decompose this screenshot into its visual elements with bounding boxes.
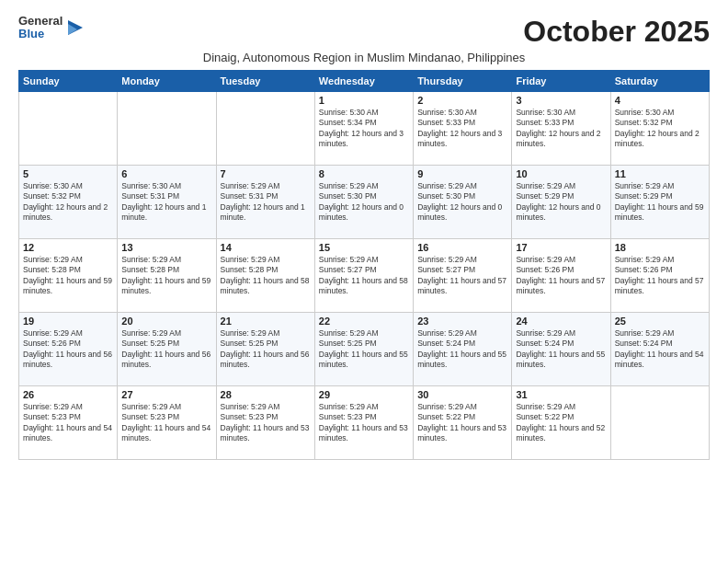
calendar-cell: 18Sunrise: 5:29 AM Sunset: 5:26 PM Dayli… <box>610 239 709 313</box>
calendar-cell: 7Sunrise: 5:29 AM Sunset: 5:31 PM Daylig… <box>216 166 314 239</box>
day-number: 15 <box>319 242 409 253</box>
cell-sun-info: Sunrise: 5:29 AM Sunset: 5:27 PM Dayligh… <box>417 255 507 297</box>
day-number: 14 <box>221 242 311 253</box>
day-number: 19 <box>23 316 113 327</box>
calendar-cell <box>610 386 709 460</box>
day-number: 17 <box>516 242 606 253</box>
day-number: 24 <box>516 316 606 327</box>
day-number: 21 <box>221 316 311 327</box>
month-title: October 2025 <box>523 15 710 49</box>
cell-sun-info: Sunrise: 5:29 AM Sunset: 5:25 PM Dayligh… <box>221 328 311 371</box>
day-number: 31 <box>516 389 606 400</box>
calendar-week-row: 26Sunrise: 5:29 AM Sunset: 5:23 PM Dayli… <box>19 386 710 460</box>
calendar-cell: 1Sunrise: 5:30 AM Sunset: 5:34 PM Daylig… <box>314 92 413 166</box>
calendar-cell: 8Sunrise: 5:29 AM Sunset: 5:30 PM Daylig… <box>314 166 413 239</box>
calendar-cell: 16Sunrise: 5:29 AM Sunset: 5:27 PM Dayli… <box>414 239 512 313</box>
day-number: 12 <box>23 242 113 253</box>
cell-sun-info: Sunrise: 5:29 AM Sunset: 5:23 PM Dayligh… <box>319 402 409 444</box>
cell-sun-info: Sunrise: 5:29 AM Sunset: 5:26 PM Dayligh… <box>615 255 705 297</box>
calendar-week-row: 1Sunrise: 5:30 AM Sunset: 5:34 PM Daylig… <box>19 92 710 166</box>
cell-sun-info: Sunrise: 5:29 AM Sunset: 5:28 PM Dayligh… <box>121 255 211 297</box>
calendar-cell: 10Sunrise: 5:29 AM Sunset: 5:29 PM Dayli… <box>512 166 610 239</box>
day-number: 1 <box>319 95 409 106</box>
cell-sun-info: Sunrise: 5:29 AM Sunset: 5:22 PM Dayligh… <box>417 402 507 444</box>
day-number: 9 <box>417 168 507 179</box>
cell-sun-info: Sunrise: 5:29 AM Sunset: 5:25 PM Dayligh… <box>121 328 211 371</box>
day-number: 25 <box>615 316 705 327</box>
calendar-cell: 2Sunrise: 5:30 AM Sunset: 5:33 PM Daylig… <box>414 92 512 166</box>
cell-sun-info: Sunrise: 5:29 AM Sunset: 5:26 PM Dayligh… <box>23 328 113 371</box>
logo-blue: Blue <box>18 28 63 40</box>
calendar-cell: 31Sunrise: 5:29 AM Sunset: 5:22 PM Dayli… <box>512 386 610 460</box>
calendar-cell: 21Sunrise: 5:29 AM Sunset: 5:25 PM Dayli… <box>216 313 314 386</box>
weekday-header: Tuesday <box>216 71 314 92</box>
calendar-cell: 19Sunrise: 5:29 AM Sunset: 5:26 PM Dayli… <box>19 313 118 386</box>
cell-sun-info: Sunrise: 5:29 AM Sunset: 5:29 PM Dayligh… <box>516 181 606 224</box>
cell-sun-info: Sunrise: 5:30 AM Sunset: 5:31 PM Dayligh… <box>121 181 211 224</box>
calendar-cell: 20Sunrise: 5:29 AM Sunset: 5:25 PM Dayli… <box>118 313 216 386</box>
calendar-cell: 27Sunrise: 5:29 AM Sunset: 5:23 PM Dayli… <box>118 386 216 460</box>
calendar-cell: 5Sunrise: 5:30 AM Sunset: 5:32 PM Daylig… <box>19 166 118 239</box>
calendar-cell: 13Sunrise: 5:29 AM Sunset: 5:28 PM Dayli… <box>118 239 216 313</box>
day-number: 6 <box>121 168 211 179</box>
day-number: 28 <box>221 389 311 400</box>
day-number: 7 <box>221 168 311 179</box>
calendar-cell: 29Sunrise: 5:29 AM Sunset: 5:23 PM Dayli… <box>314 386 413 460</box>
calendar-week-row: 19Sunrise: 5:29 AM Sunset: 5:26 PM Dayli… <box>19 313 710 386</box>
logo-general: General <box>18 15 63 28</box>
calendar-week-row: 12Sunrise: 5:29 AM Sunset: 5:28 PM Dayli… <box>19 239 710 313</box>
cell-sun-info: Sunrise: 5:29 AM Sunset: 5:29 PM Dayligh… <box>615 181 705 224</box>
calendar-cell: 25Sunrise: 5:29 AM Sunset: 5:24 PM Dayli… <box>610 313 709 386</box>
day-number: 11 <box>615 168 705 179</box>
calendar-cell: 28Sunrise: 5:29 AM Sunset: 5:23 PM Dayli… <box>216 386 314 460</box>
cell-sun-info: Sunrise: 5:29 AM Sunset: 5:24 PM Dayligh… <box>516 328 606 371</box>
day-number: 2 <box>417 95 507 106</box>
calendar-cell: 14Sunrise: 5:29 AM Sunset: 5:28 PM Dayli… <box>216 239 314 313</box>
calendar-cell: 12Sunrise: 5:29 AM Sunset: 5:28 PM Dayli… <box>19 239 118 313</box>
cell-sun-info: Sunrise: 5:29 AM Sunset: 5:31 PM Dayligh… <box>221 181 311 224</box>
calendar-cell: 6Sunrise: 5:30 AM Sunset: 5:31 PM Daylig… <box>118 166 216 239</box>
day-number: 26 <box>23 389 113 400</box>
weekday-header: Saturday <box>610 71 709 92</box>
cell-sun-info: Sunrise: 5:29 AM Sunset: 5:28 PM Dayligh… <box>23 255 113 297</box>
calendar-table: SundayMondayTuesdayWednesdayThursdayFrid… <box>18 70 710 460</box>
weekday-header: Thursday <box>414 71 512 92</box>
weekday-header-row: SundayMondayTuesdayWednesdayThursdayFrid… <box>19 71 710 92</box>
cell-sun-info: Sunrise: 5:30 AM Sunset: 5:34 PM Dayligh… <box>319 108 409 150</box>
calendar-cell: 23Sunrise: 5:29 AM Sunset: 5:24 PM Dayli… <box>414 313 512 386</box>
calendar-page: General Blue October 2025 Dinaig, Autono… <box>0 0 728 469</box>
cell-sun-info: Sunrise: 5:30 AM Sunset: 5:32 PM Dayligh… <box>23 181 113 224</box>
weekday-header: Sunday <box>19 71 118 92</box>
day-number: 5 <box>23 168 113 179</box>
day-number: 30 <box>417 389 507 400</box>
calendar-cell: 3Sunrise: 5:30 AM Sunset: 5:33 PM Daylig… <box>512 92 610 166</box>
cell-sun-info: Sunrise: 5:29 AM Sunset: 5:23 PM Dayligh… <box>23 402 113 444</box>
calendar-cell: 4Sunrise: 5:30 AM Sunset: 5:32 PM Daylig… <box>610 92 709 166</box>
cell-sun-info: Sunrise: 5:29 AM Sunset: 5:23 PM Dayligh… <box>221 402 311 444</box>
day-number: 22 <box>319 316 409 327</box>
cell-sun-info: Sunrise: 5:29 AM Sunset: 5:22 PM Dayligh… <box>516 402 606 444</box>
calendar-cell: 24Sunrise: 5:29 AM Sunset: 5:24 PM Dayli… <box>512 313 610 386</box>
calendar-cell: 17Sunrise: 5:29 AM Sunset: 5:26 PM Dayli… <box>512 239 610 313</box>
cell-sun-info: Sunrise: 5:29 AM Sunset: 5:27 PM Dayligh… <box>319 255 409 297</box>
day-number: 16 <box>417 242 507 253</box>
day-number: 18 <box>615 242 705 253</box>
cell-sun-info: Sunrise: 5:29 AM Sunset: 5:24 PM Dayligh… <box>615 328 705 371</box>
day-number: 27 <box>121 389 211 400</box>
day-number: 29 <box>319 389 409 400</box>
cell-sun-info: Sunrise: 5:29 AM Sunset: 5:26 PM Dayligh… <box>516 255 606 297</box>
cell-sun-info: Sunrise: 5:29 AM Sunset: 5:30 PM Dayligh… <box>319 181 409 224</box>
cell-sun-info: Sunrise: 5:29 AM Sunset: 5:28 PM Dayligh… <box>221 255 311 297</box>
day-number: 13 <box>121 242 211 253</box>
calendar-cell: 9Sunrise: 5:29 AM Sunset: 5:30 PM Daylig… <box>414 166 512 239</box>
weekday-header: Friday <box>512 71 610 92</box>
calendar-week-row: 5Sunrise: 5:30 AM Sunset: 5:32 PM Daylig… <box>19 166 710 239</box>
calendar-cell: 30Sunrise: 5:29 AM Sunset: 5:22 PM Dayli… <box>414 386 512 460</box>
day-number: 8 <box>319 168 409 179</box>
calendar-cell <box>19 92 118 166</box>
weekday-header: Wednesday <box>314 71 413 92</box>
top-row: General Blue October 2025 <box>18 15 710 49</box>
logo-text: General Blue <box>18 15 63 41</box>
day-number: 10 <box>516 168 606 179</box>
day-number: 20 <box>121 316 211 327</box>
